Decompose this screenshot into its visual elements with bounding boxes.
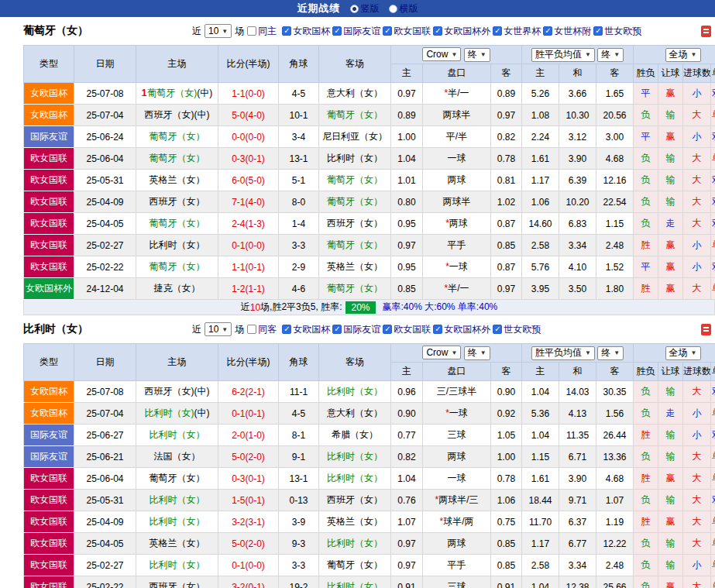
home-team-name[interactable]: 比利时（女） <box>150 559 205 570</box>
match-count-select[interactable]: 10 ▼ <box>205 24 232 38</box>
away-team-name[interactable]: 比利时（女） <box>327 386 383 397</box>
away-team-name[interactable]: 希腊（女） <box>332 429 378 440</box>
away-team-name[interactable]: 比利时（女） <box>327 451 383 462</box>
home-win-odds-cell: 1.04 <box>522 425 559 446</box>
away-team-name[interactable]: 英格兰（女） <box>327 516 383 527</box>
goals-result-cell: 大 <box>683 511 711 533</box>
competition-filter[interactable]: 世女欧预 <box>593 25 641 38</box>
away-team-name[interactable]: 意大利（女） <box>327 407 383 418</box>
dropdown-arrow-icon: ▼ <box>585 349 591 356</box>
date-cell: 25-06-04 <box>74 468 136 490</box>
home-team-name[interactable]: 法国（女） <box>154 451 201 462</box>
away-team-name[interactable]: 西班牙（女） <box>327 218 383 229</box>
odd-even-cell: 单 <box>711 446 715 468</box>
europe-odds-value: 胜平负均值 <box>535 346 582 359</box>
home-team-name[interactable]: 葡萄牙（女） <box>150 131 205 142</box>
away-team-name[interactable]: 葡萄牙（女） <box>327 109 383 120</box>
layout-radio-horizontal[interactable]: 横版 <box>389 2 418 15</box>
result-cell: 负 <box>634 191 658 213</box>
away-team-name[interactable]: 比利时（女） <box>327 538 383 548</box>
handicap-star: * <box>444 88 448 98</box>
odds-final-select[interactable]: 终▼ <box>464 48 490 62</box>
col-header-home: 主场 <box>136 46 218 83</box>
home-team-name[interactable]: 西班牙（女) <box>145 109 194 120</box>
handicap-result-cell: 赢 <box>658 126 683 148</box>
competition-filter[interactable]: 女欧国杯 <box>282 323 330 336</box>
competition-filter[interactable]: 国际友谊 <box>332 25 380 38</box>
away-team-name[interactable]: 葡萄牙（女） <box>327 196 383 207</box>
competition-filter[interactable]: 女欧国杯外 <box>433 25 490 38</box>
competition-filter[interactable]: 世女欧预 <box>493 323 541 336</box>
scope-select[interactable]: 全场▼ <box>665 346 701 360</box>
competition-filter[interactable]: 女世界杯 <box>493 25 541 38</box>
europe-final-select[interactable]: 终▼ <box>597 346 624 360</box>
home-team-name[interactable]: 葡萄牙（女） <box>150 153 205 163</box>
section-action-icon[interactable] <box>701 324 711 335</box>
odds-company-value: Crow <box>426 347 448 358</box>
scope-select[interactable]: 全场▼ <box>665 48 701 62</box>
handicap-star: * <box>439 516 443 527</box>
match-row: 欧女国联25-02-27比利时（女）0-1(0-0)3-3葡萄牙（女）0.97平… <box>24 555 715 576</box>
corner-cell: 8-0 <box>279 191 319 213</box>
home-team-name[interactable]: 比利时（女） <box>150 239 205 250</box>
home-team-name[interactable]: 比利时（女） <box>150 429 205 440</box>
col-header-away: 客场 <box>319 344 391 381</box>
home-team-name[interactable]: 英格兰（女） <box>150 174 205 185</box>
handicap-away-odds-cell: 1.06 <box>491 490 522 511</box>
home-team-name[interactable]: 英格兰（女） <box>150 538 205 548</box>
same-venue-filter[interactable]: 同主 <box>247 25 277 38</box>
odd-even-cell: 单 <box>711 105 715 126</box>
handicap-away-odds-cell: 0.87 <box>491 213 522 235</box>
home-team-name[interactable]: 葡萄牙（女） <box>150 473 205 483</box>
away-team-name[interactable]: 葡萄牙（女） <box>327 239 383 250</box>
away-team-cell: 意大利（女） <box>319 83 391 105</box>
away-team-name[interactable]: 葡萄牙（女） <box>327 283 383 294</box>
home-team-name[interactable]: 西班牙（女） <box>150 196 205 207</box>
handicap-home-odds-cell: 0.77 <box>391 425 423 446</box>
home-team-name[interactable]: 西班牙（女) <box>145 386 194 397</box>
odds-final-select[interactable]: 终▼ <box>464 346 490 360</box>
competition-filter[interactable]: 女欧国杯外 <box>433 323 490 336</box>
same-venue-filter[interactable]: 同客 <box>247 323 277 336</box>
away-team-name[interactable]: 葡萄牙（女） <box>327 559 383 570</box>
away-team-name[interactable]: 比利时（女） <box>327 153 383 163</box>
home-team-name[interactable]: 比利时（女） <box>150 516 205 527</box>
home-team-name[interactable]: 捷克（女） <box>154 283 201 294</box>
goals-result-cell: 大 <box>683 213 711 235</box>
odds-final-value: 终 <box>468 48 477 61</box>
draw-odds-cell: 3.66 <box>559 83 596 105</box>
away-team-name[interactable]: 比利时（女） <box>327 581 383 588</box>
date-cell: 25-07-04 <box>74 403 136 425</box>
away-team-name[interactable]: 西班牙（女） <box>327 494 383 505</box>
home-team-name[interactable]: 比利时（女） <box>150 494 205 505</box>
date-cell: 25-04-05 <box>74 533 136 555</box>
section-action-icon[interactable] <box>701 26 711 37</box>
home-team-name[interactable]: 葡萄牙（女） <box>150 218 205 229</box>
result-cell: 胜 <box>634 278 658 300</box>
away-team-name[interactable]: 尼日利亚（女） <box>322 131 387 142</box>
layout-radio-vertical[interactable]: 竖版 <box>350 2 380 15</box>
home-team-name[interactable]: 葡萄牙（女） <box>150 261 205 272</box>
competition-filter[interactable]: 欧女国联 <box>383 323 431 336</box>
away-team-name[interactable]: 英格兰（女） <box>327 261 383 272</box>
match-count-select[interactable]: 10 ▼ <box>205 322 232 336</box>
team-section-belgium: 比利时（女） 近 10 ▼ 场 同客 女欧国杯国际友谊欧女国联女欧国杯外世女欧预 <box>0 315 715 588</box>
away-team-name[interactable]: 比利时（女） <box>327 473 383 483</box>
away-team-name[interactable]: 葡萄牙（女） <box>327 174 383 185</box>
handicap-home-odds-cell: 0.91 <box>391 576 423 588</box>
competition-filter[interactable]: 女欧国杯 <box>282 25 330 38</box>
odds-company-select[interactable]: Crow▼ <box>422 346 461 359</box>
odds-company-select[interactable]: Crow▼ <box>422 47 461 61</box>
home-team-name[interactable]: 比利时（女) <box>145 407 194 418</box>
europe-odds-select[interactable]: 胜平负均值▼ <box>531 48 595 62</box>
europe-odds-select[interactable]: 胜平负均值▼ <box>531 346 595 360</box>
competition-filter[interactable]: 女世杯附 <box>543 25 591 38</box>
europe-final-select[interactable]: 终▼ <box>597 48 624 62</box>
home-team-name[interactable]: 葡萄牙（女) <box>147 88 197 98</box>
competition-filter[interactable]: 欧女国联 <box>383 25 431 38</box>
odd-even-cell: 单 <box>711 235 715 256</box>
competition-filter[interactable]: 国际友谊 <box>332 323 380 336</box>
away-team-name[interactable]: 意大利（女） <box>327 88 383 98</box>
match-type-cell: 女欧国杯 <box>24 403 74 425</box>
home-team-name[interactable]: 西班牙（女） <box>150 581 205 588</box>
